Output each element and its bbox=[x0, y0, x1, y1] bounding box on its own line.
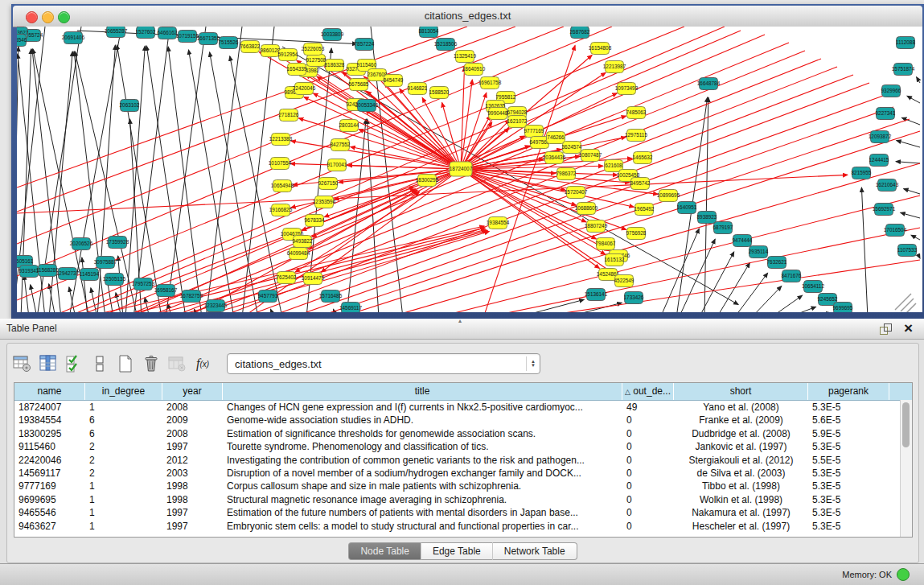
column-header-pagerank[interactable]: pagerank bbox=[808, 383, 889, 400]
graph-node-label: 15720407 bbox=[565, 189, 588, 195]
column-header-title[interactable]: title bbox=[223, 383, 622, 400]
scrollbar-thumb[interactable] bbox=[902, 402, 910, 447]
table-row[interactable]: 969969511998Structural magnetic resonanc… bbox=[14, 493, 912, 506]
graph-node-label: 16671355 bbox=[197, 35, 220, 41]
graph-node-label: 1615132 bbox=[605, 257, 625, 262]
network-canvas[interactable]: 1872400718300295193845542718126122133831… bbox=[17, 27, 922, 312]
graph-node-label: 1965492 bbox=[634, 206, 655, 212]
table-row[interactable]: 2242004622012Investigating the contribut… bbox=[14, 454, 912, 467]
cell-short: Franke et al. (2009) bbox=[674, 414, 808, 426]
cell-pagerank: 5.3E-5 bbox=[808, 520, 889, 533]
cell-pagerank: 5.3E-5 bbox=[808, 506, 889, 519]
cell-title: Structural magnetic resonance image aver… bbox=[223, 493, 622, 506]
graph-node-label: 1107533 bbox=[897, 247, 918, 253]
graph-node-label: 9678334 bbox=[305, 217, 325, 223]
table-panel-header[interactable]: Table Panel ▴ × bbox=[0, 319, 924, 340]
create-column-icon[interactable] bbox=[115, 353, 136, 374]
cell-short: Tibbo et al. (1998) bbox=[674, 480, 808, 492]
window-titlebar[interactable]: citations_edges.txt bbox=[13, 6, 922, 27]
cell-name: 9699695 bbox=[14, 493, 85, 506]
tab-node-table[interactable]: Node Table bbox=[348, 542, 421, 560]
table-selector-dropdown[interactable]: citations_edges.txt ▲▼ bbox=[227, 353, 540, 374]
column-header-short[interactable]: short bbox=[674, 383, 808, 400]
graph-node-label: 10973493 bbox=[615, 85, 639, 91]
resize-grip-icon[interactable] bbox=[895, 294, 916, 312]
table-row[interactable]: 1938455462009Genome-wide association stu… bbox=[14, 414, 912, 426]
graph-node-label: 7632621 bbox=[767, 259, 787, 265]
table-mode-icon[interactable] bbox=[12, 353, 33, 374]
graph-node-label: 10719155 bbox=[176, 33, 199, 39]
dropdown-stepper-icon: ▲▼ bbox=[526, 356, 540, 371]
cell-out_de: 49 bbox=[622, 401, 674, 414]
cell-year: 1997 bbox=[162, 440, 223, 453]
graph-node-label: 12323445 bbox=[204, 303, 228, 308]
window-title: citations_edges.txt bbox=[13, 10, 922, 22]
table-row[interactable]: 1456911722003Disruption of a novel membe… bbox=[14, 467, 912, 480]
cell-in_degree: 2 bbox=[85, 440, 162, 453]
graph-node-label: 11325419 bbox=[454, 53, 476, 59]
node-table: namein_degreeyeartitle△ out_de...shortpa… bbox=[14, 382, 913, 538]
table-header-row[interactable]: namein_degreeyeartitle△ out_de...shortpa… bbox=[14, 383, 912, 401]
graph-node-label: 12353594 bbox=[313, 199, 336, 204]
graph-node-label: 9474444 bbox=[733, 237, 753, 243]
column-header-name[interactable]: name bbox=[14, 383, 85, 400]
cell-in_degree: 1 bbox=[85, 506, 162, 519]
cell-in_degree: 1 bbox=[85, 493, 162, 506]
graph-node-label: 8215955 bbox=[852, 170, 872, 175]
graph-node-label: 25226053 bbox=[302, 46, 325, 51]
graph-node-label: 10033809 bbox=[321, 31, 344, 37]
graph-node-label: 30975887 bbox=[94, 259, 117, 265]
graph-node-label: 1733426 bbox=[624, 295, 644, 300]
cell-name: 18724007 bbox=[14, 401, 85, 414]
graph-node-label: 9457791 bbox=[258, 293, 278, 299]
vertical-scrollbar[interactable] bbox=[900, 400, 912, 537]
graph-node-label: 4522549 bbox=[614, 278, 634, 283]
cell-year: 1998 bbox=[162, 493, 223, 506]
graph-node-label: 9146821 bbox=[408, 85, 428, 91]
show-columns-icon[interactable] bbox=[38, 353, 59, 374]
cell-pagerank: 5.5E-5 bbox=[808, 454, 889, 467]
table-row[interactable]: 946554611997Estimation of the future num… bbox=[14, 506, 912, 519]
graph-node-label: 9699695 bbox=[833, 305, 853, 311]
graph-node-label: 16961758 bbox=[478, 80, 502, 85]
splitter-handle-icon[interactable]: ▴ bbox=[458, 317, 462, 324]
table-rows: 1872400712008Changes of HCN gene express… bbox=[14, 401, 912, 533]
graph-node-label: 10654948 bbox=[271, 183, 294, 188]
cell-out_de: 0 bbox=[622, 414, 674, 426]
table-row[interactable]: 977716911998Corpus callosum shape and si… bbox=[14, 480, 912, 492]
cell-name: 9115460 bbox=[14, 440, 85, 453]
graph-node-label: 9267150 bbox=[318, 180, 339, 186]
table-row[interactable]: 911546021997Tourette syndrome. Phenomeno… bbox=[14, 440, 912, 453]
graph-node-label: 15716485 bbox=[319, 293, 343, 299]
column-header-in_degree[interactable]: in_degree bbox=[85, 383, 162, 400]
graph-node-label: 1145194 bbox=[80, 271, 100, 277]
tab-edge-table[interactable]: Edge Table bbox=[421, 542, 492, 560]
row-height-icon[interactable] bbox=[89, 353, 110, 374]
graph-node-label: 9227341 bbox=[876, 110, 896, 116]
table-row[interactable]: 1872400712008Changes of HCN gene express… bbox=[14, 401, 912, 414]
graph-node-label: 14569117 bbox=[339, 305, 362, 311]
table-row[interactable]: 946362711997Embryonic stem cells: a mode… bbox=[14, 520, 912, 533]
tab-network-table[interactable]: Network Table bbox=[492, 542, 577, 560]
select-rows-icon[interactable] bbox=[64, 353, 84, 374]
function-builder-icon[interactable]: f(x) bbox=[192, 353, 213, 374]
graph-node-label: 16782759 bbox=[180, 293, 203, 299]
cell-year: 1997 bbox=[162, 520, 223, 533]
column-header-out_de[interactable]: △ out_de... bbox=[622, 383, 674, 400]
graph-node-label: 6879197 bbox=[713, 225, 733, 230]
table-row[interactable]: 1830029562008Estimation of significance … bbox=[14, 427, 912, 440]
memory-status-indicator[interactable] bbox=[897, 568, 910, 581]
graph-node-label: 20206526 bbox=[70, 241, 93, 246]
delete-column-icon[interactable] bbox=[141, 353, 162, 374]
graph-node-label: 8454749 bbox=[384, 77, 404, 83]
column-header-year[interactable]: year bbox=[162, 383, 223, 400]
cell-pagerank: 5.3E-5 bbox=[808, 440, 889, 453]
float-panel-icon[interactable] bbox=[880, 323, 890, 334]
graph-node-label: 1244415 bbox=[869, 157, 889, 163]
graph-node-label: 9115460 bbox=[357, 62, 377, 68]
cell-pagerank: 5.3E-5 bbox=[808, 467, 889, 480]
cell-year: 2009 bbox=[162, 414, 223, 426]
graph-node-label: 16958167 bbox=[154, 287, 178, 293]
close-panel-icon[interactable]: × bbox=[904, 319, 913, 337]
cell-title: Estimation of significance thresholds fo… bbox=[223, 427, 622, 440]
